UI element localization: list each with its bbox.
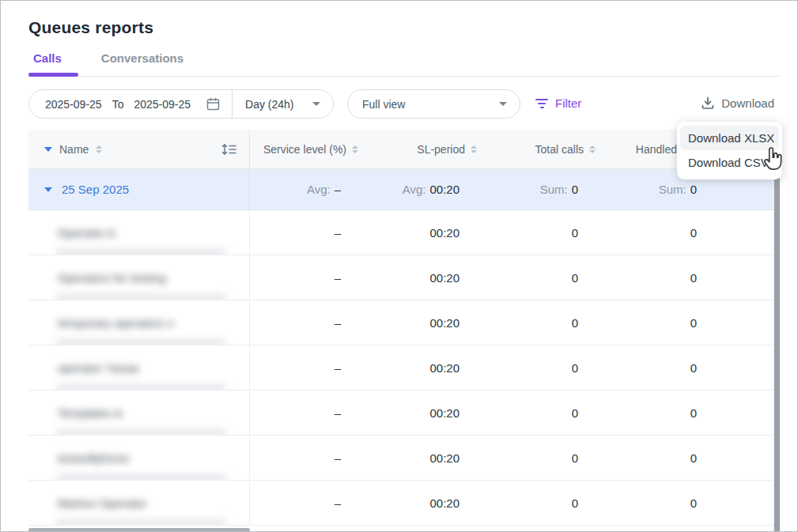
column-label: Service level (%) <box>263 143 346 156</box>
service-level-cell: – <box>250 345 369 390</box>
table-row[interactable]: Markov Operator – 00:20 0 0 <box>28 481 774 526</box>
menu-item-download-csv[interactable]: Download CSV <box>677 150 782 175</box>
handled-cell: 0 <box>606 481 774 525</box>
column-label: Handled <box>636 143 677 156</box>
queues-table: Name Service level (%) <box>28 130 774 526</box>
redacted-queue-name: operator Yanaa <box>58 361 138 375</box>
filter-button[interactable]: Filter <box>535 96 581 110</box>
queue-name-cell: operator Yanaa <box>28 345 250 390</box>
total-calls-cell: 0 <box>487 391 606 435</box>
sl-period-cell: 00:20 <box>369 391 487 435</box>
handled-cell: 0 <box>606 345 774 390</box>
redacted-queue-name: temporary operators x <box>58 316 174 330</box>
column-header-name[interactable]: Name <box>28 130 250 168</box>
service-level-cell: – <box>250 391 369 435</box>
summary-label: Sum: <box>659 183 686 196</box>
redacted-queue-name: Markov Operator <box>58 496 147 510</box>
queue-name-cell: Templates A <box>28 391 250 435</box>
sort-icon[interactable] <box>589 145 596 153</box>
download-button[interactable]: Download <box>701 96 774 110</box>
column-header-total-calls[interactable]: Total calls <box>487 130 606 168</box>
table-row[interactable]: operator Yanaa – 00:20 0 0 <box>28 345 774 391</box>
horizontal-scrollbar[interactable] <box>28 528 250 532</box>
service-level-cell: – <box>250 300 369 345</box>
chevron-down-icon <box>499 102 507 106</box>
download-label: Download <box>721 96 774 110</box>
tabs-divider <box>28 76 781 77</box>
queue-name-cell: temporary operators x <box>28 300 250 345</box>
group-date-toggle[interactable]: 25 Sep 2025 <box>28 169 250 209</box>
filter-icon <box>535 99 548 108</box>
date-range-picker[interactable]: 2025-09-25 To 2025-09-25 <box>29 90 232 118</box>
table-row[interactable]: Templates A – 00:20 0 0 <box>28 391 774 436</box>
column-header-sl-period[interactable]: SL-period <box>369 130 487 168</box>
tab-bar: Calls Conversations <box>28 48 188 76</box>
view-value: Full view <box>362 98 405 111</box>
redacted-queue-name: Operators for testing <box>58 271 166 285</box>
sl-period-cell: 00:20 <box>369 436 487 480</box>
row-height-icon[interactable] <box>221 142 238 157</box>
queue-name-cell: testsoftphone <box>28 436 250 480</box>
table-row[interactable]: Operator A – 00:20 0 0 <box>28 210 774 255</box>
table-row[interactable]: testsoftphone – 00:20 0 0 <box>28 436 774 481</box>
redacted-queue-name: Templates A <box>58 406 123 420</box>
collapse-caret-icon[interactable] <box>44 147 52 152</box>
summary-value: – <box>335 183 341 196</box>
interval-dropdown[interactable]: Day (24h) <box>233 90 333 118</box>
summary-cell-sl-period: Avg: 00:20 <box>369 169 487 209</box>
tab-calls[interactable]: Calls <box>28 48 66 76</box>
handled-cell: 0 <box>606 391 774 435</box>
service-level-cell: – <box>250 255 369 300</box>
column-label: SL-period <box>417 143 465 156</box>
date-interval-control: 2025-09-25 To 2025-09-25 Day (24h) <box>28 89 334 119</box>
summary-label: Sum: <box>540 183 568 196</box>
active-tab-indicator <box>28 73 78 77</box>
view-dropdown[interactable]: Full view <box>347 89 520 119</box>
sl-period-cell: 00:20 <box>369 481 487 525</box>
download-menu: Download XLSX Download CSV <box>677 122 782 179</box>
handled-cell: 0 <box>606 300 774 345</box>
table-row[interactable]: temporary operators x – 00:20 0 0 <box>28 300 774 345</box>
service-level-cell: – <box>250 481 369 525</box>
column-label: Total calls <box>535 143 584 156</box>
total-calls-cell: 0 <box>487 210 606 255</box>
calendar-icon <box>206 96 221 111</box>
total-calls-cell: 0 <box>487 345 606 390</box>
table-row[interactable]: Operators for testing – 00:20 0 0 <box>28 255 774 300</box>
tab-conversations[interactable]: Conversations <box>96 48 188 76</box>
handled-cell: 0 <box>606 436 774 480</box>
redacted-queue-name: Operator A <box>58 226 115 240</box>
page-title: Queues reports <box>28 18 153 37</box>
sl-period-cell: 00:20 <box>369 345 487 390</box>
chevron-down-icon <box>312 102 320 106</box>
sort-icon[interactable] <box>352 145 358 153</box>
summary-cell-service-level: Avg: – <box>250 169 369 209</box>
download-icon <box>701 96 715 110</box>
sort-icon[interactable] <box>471 145 477 153</box>
summary-row: 25 Sep 2025 Avg: – Avg: 00:20 Sum: 0 Sum… <box>28 169 774 210</box>
service-level-cell: – <box>250 210 369 255</box>
summary-value: 0 <box>572 183 578 196</box>
summary-cell-total-calls: Sum: 0 <box>487 169 606 209</box>
menu-item-download-xlsx[interactable]: Download XLSX <box>680 126 779 150</box>
summary-value: 00:20 <box>429 183 460 196</box>
collapse-caret-icon <box>44 187 52 192</box>
total-calls-cell: 0 <box>487 436 606 480</box>
sl-period-cell: 00:20 <box>369 255 487 300</box>
sort-icon[interactable] <box>96 145 102 153</box>
vertical-scrollbar[interactable] <box>774 176 780 532</box>
column-header-service-level[interactable]: Service level (%) <box>250 130 369 168</box>
handled-cell: 0 <box>606 255 774 300</box>
group-date: 25 Sep 2025 <box>62 183 129 196</box>
total-calls-cell: 0 <box>487 481 606 525</box>
queue-name-cell: Operator A <box>28 210 250 255</box>
table-header-row: Name Service level (%) <box>28 130 774 169</box>
interval-value: Day (24h) <box>245 98 293 111</box>
sl-period-cell: 00:20 <box>369 210 487 255</box>
summary-label: Avg: <box>307 183 331 196</box>
summary-value: 0 <box>690 183 697 196</box>
service-level-cell: – <box>250 436 369 480</box>
total-calls-cell: 0 <box>487 300 606 345</box>
sl-period-cell: 00:20 <box>369 300 487 345</box>
column-label: Name <box>59 143 89 156</box>
